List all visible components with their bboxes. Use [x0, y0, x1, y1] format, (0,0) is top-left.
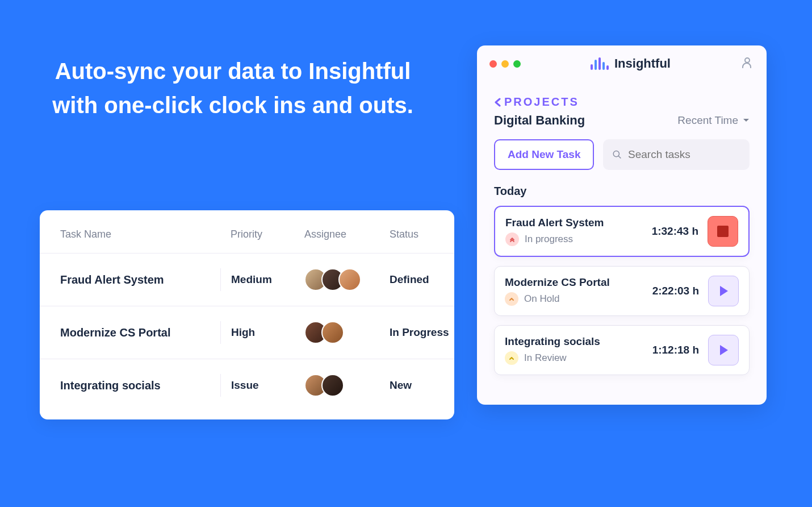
avatar-stack [304, 321, 390, 344]
breadcrumb: PROJECTS [494, 95, 750, 109]
traffic-lights [489, 60, 521, 68]
table-row[interactable]: Integrating socials Issue New [40, 359, 454, 412]
task-table-card: Task Name Priority Assignee Status Fraud… [40, 210, 454, 419]
play-icon [718, 344, 729, 356]
play-icon [718, 285, 729, 297]
task-time: 1:32:43 h [652, 225, 698, 238]
add-task-button[interactable]: Add New Task [494, 139, 594, 170]
chevron-down-icon [743, 118, 750, 123]
priority-chip-icon [505, 292, 518, 306]
breadcrumb-label: PROJECTS [504, 95, 579, 109]
close-icon[interactable] [489, 60, 497, 68]
section-label: Today [494, 185, 750, 198]
table-header-row: Task Name Priority Assignee Status [40, 216, 454, 254]
controls-row: Add New Task [494, 139, 750, 170]
task-name: Integrating socials [505, 335, 600, 348]
avatar-stack [304, 374, 390, 397]
table-row[interactable]: Modernize CS Portal High In Progress [40, 306, 454, 359]
stop-icon [717, 226, 729, 237]
headline: Auto-sync your data to Insightful with o… [40, 54, 426, 122]
cell-task-name: Modernize CS Portal [60, 326, 231, 339]
back-to-projects[interactable]: PROJECTS [494, 95, 579, 109]
cell-task-name: Integrating socials [60, 379, 231, 392]
task-time: 1:12:18 h [652, 344, 699, 356]
task-time: 2:22:03 h [652, 285, 699, 297]
search-icon [612, 149, 622, 160]
brand-logo-icon [591, 57, 609, 70]
insightful-app-window: Insightful PROJECTS Digital Banking Rece… [477, 45, 767, 405]
play-button[interactable] [708, 276, 739, 306]
task-status: In progress [525, 234, 573, 245]
cell-priority: Issue [220, 374, 304, 397]
cell-assignee [304, 268, 390, 291]
table-row[interactable]: Fraud Alert System Medium Defined [40, 254, 454, 306]
maximize-icon[interactable] [513, 60, 521, 68]
search-box[interactable] [603, 139, 750, 170]
priority-chip-icon [505, 351, 518, 365]
minimize-icon[interactable] [501, 60, 509, 68]
cell-task-name: Fraud Alert System [60, 273, 231, 286]
cell-assignee [304, 321, 390, 344]
avatar [338, 268, 361, 291]
svg-line-2 [618, 156, 621, 158]
brand: Insightful [591, 56, 671, 71]
task-name: Modernize CS Portal [505, 276, 610, 289]
task-right: 2:22:03 h [652, 276, 739, 306]
task-meta: In progress [505, 232, 604, 246]
app-titlebar: Insightful [477, 45, 767, 82]
task-info: Integrating socials In Review [505, 335, 600, 365]
th-status: Status [390, 228, 475, 240]
chevron-left-icon [494, 98, 501, 107]
task-status: On Hold [524, 293, 559, 305]
th-assignee: Assignee [304, 228, 390, 240]
svg-point-1 [614, 151, 620, 156]
project-title: Digital Banking [494, 113, 585, 128]
task-status: In Review [524, 352, 567, 364]
sort-label: Recent Time [677, 114, 738, 127]
svg-point-0 [745, 58, 750, 63]
cell-status: In Progress [390, 326, 475, 339]
sort-dropdown[interactable]: Recent Time [677, 114, 750, 127]
user-icon[interactable] [740, 56, 754, 72]
app-body: PROJECTS Digital Banking Recent Time Add… [477, 82, 767, 405]
brand-name: Insightful [614, 56, 671, 71]
task-card[interactable]: Modernize CS Portal On Hold 2:22:03 h [494, 266, 750, 316]
task-info: Fraud Alert System In progress [505, 217, 604, 246]
cell-status: New [390, 379, 475, 392]
task-right: 1:12:18 h [652, 335, 739, 365]
task-card[interactable]: Fraud Alert System In progress 1:32:43 h [494, 206, 750, 257]
th-task-name: Task Name [60, 228, 231, 240]
cell-assignee [304, 374, 390, 397]
priority-chip-icon [505, 232, 519, 246]
stop-button[interactable] [708, 216, 738, 247]
play-button[interactable] [708, 335, 739, 365]
task-name: Fraud Alert System [505, 217, 604, 229]
cell-priority: Medium [220, 268, 304, 291]
cell-priority: High [220, 321, 304, 344]
avatar [321, 321, 344, 344]
task-right: 1:32:43 h [652, 216, 738, 247]
task-meta: On Hold [505, 292, 610, 306]
cell-status: Defined [390, 273, 475, 286]
task-meta: In Review [505, 351, 600, 365]
task-info: Modernize CS Portal On Hold [505, 276, 610, 306]
task-card[interactable]: Integrating socials In Review 1:12:18 h [494, 325, 750, 375]
search-input[interactable] [628, 148, 740, 161]
avatar [321, 374, 344, 397]
th-priority: Priority [231, 228, 304, 240]
project-title-row: Digital Banking Recent Time [494, 113, 750, 128]
avatar-stack [304, 268, 390, 291]
